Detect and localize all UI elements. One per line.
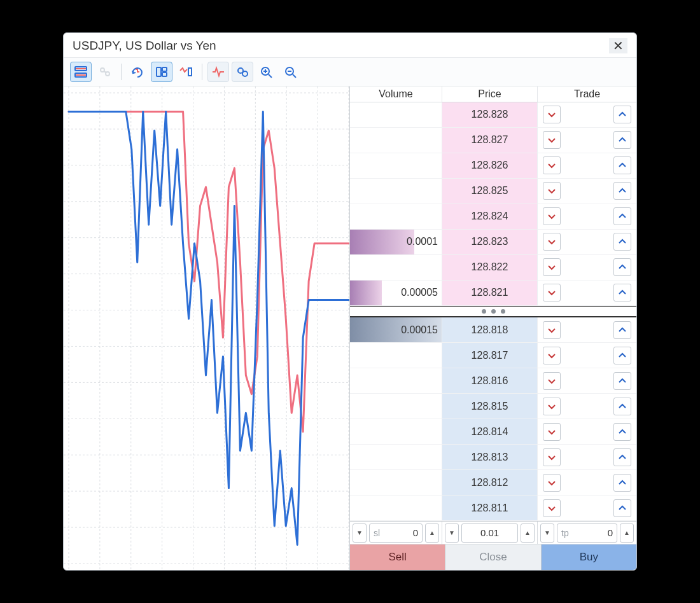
trade-cell	[538, 128, 636, 153]
volume-cell: 0.00015	[350, 317, 442, 342]
dot-icon	[491, 309, 496, 314]
trade-down-button[interactable]	[543, 347, 561, 364]
zoom-in-icon[interactable]	[256, 62, 277, 82]
bid-row: 128.813	[350, 445, 636, 470]
tp-inc-button[interactable]: ▲	[620, 523, 634, 543]
trade-cell	[538, 496, 636, 520]
lot-inc-button[interactable]: ▲	[521, 523, 535, 543]
trade-down-button[interactable]	[543, 156, 561, 174]
trade-down-button[interactable]	[543, 398, 561, 415]
trade-cell	[538, 445, 636, 469]
volume-cell: 0.00005	[350, 281, 442, 305]
toolbar-divider	[121, 64, 122, 80]
ask-rows: 128.828 128.827 128.826	[350, 102, 636, 306]
sl-dec-button[interactable]: ▼	[353, 523, 367, 543]
dom-view-icon[interactable]	[70, 62, 92, 82]
sl-inc-button[interactable]: ▲	[425, 523, 439, 543]
price-cell: 128.824	[442, 204, 538, 229]
trade-down-button[interactable]	[543, 284, 561, 302]
trade-down-button[interactable]	[543, 131, 561, 149]
volume-bar	[350, 281, 382, 305]
titlebar: USDJPY, US Dollar vs Yen ✕	[64, 33, 636, 57]
sell-button[interactable]: Sell	[350, 544, 445, 570]
trade-window: USDJPY, US Dollar vs Yen ✕ Volume Price …	[63, 32, 637, 571]
trade-cell	[538, 281, 636, 305]
trade-down-button[interactable]	[543, 321, 561, 339]
price-cell: 128.828	[442, 102, 538, 127]
trade-up-button[interactable]	[613, 423, 631, 441]
trade-up-button[interactable]	[613, 131, 631, 149]
trade-up-button[interactable]	[613, 448, 631, 466]
close-icon[interactable]: ✕	[609, 38, 627, 53]
bid-row: 0.00015 128.818	[350, 317, 636, 343]
trade-up-button[interactable]	[613, 474, 631, 492]
ask-line	[69, 112, 349, 432]
toolbar-divider	[202, 64, 202, 80]
col-price: Price	[442, 87, 538, 102]
price-cell: 128.825	[442, 179, 538, 204]
close-button[interactable]: Close	[445, 544, 541, 570]
trade-up-button[interactable]	[613, 233, 631, 251]
trade-down-button[interactable]	[543, 372, 561, 390]
chart-svg	[64, 87, 350, 570]
lot-input[interactable]: 0.01	[461, 523, 518, 543]
tp-dec-button[interactable]: ▼	[540, 523, 554, 543]
tick-chart-icon[interactable]	[175, 62, 197, 82]
trade-down-button[interactable]	[543, 182, 561, 200]
toolbar	[64, 57, 636, 87]
trade-down-button[interactable]	[543, 207, 561, 225]
signal-icon[interactable]	[207, 62, 229, 82]
volume-cell	[350, 179, 442, 204]
content: Volume Price Trade 128.828 128.827	[64, 87, 636, 570]
trade-up-button[interactable]	[613, 398, 631, 415]
bid-row: 128.815	[350, 394, 636, 419]
trade-up-button[interactable]	[613, 156, 631, 174]
lot-dec-button[interactable]: ▼	[445, 523, 459, 543]
trade-up-button[interactable]	[613, 207, 631, 225]
svg-line-14	[269, 74, 272, 78]
price-cell: 128.827	[442, 128, 538, 153]
trade-down-button[interactable]	[543, 258, 561, 276]
trade-up-button[interactable]	[613, 182, 631, 200]
bid-row: 128.817	[350, 343, 636, 368]
trade-up-button[interactable]	[613, 284, 631, 302]
trade-up-button[interactable]	[613, 499, 631, 517]
trade-down-button[interactable]	[543, 448, 561, 466]
trade-up-button[interactable]	[613, 106, 631, 123]
trade-down-button[interactable]	[543, 423, 561, 441]
trade-cell	[538, 470, 636, 495]
buy-button[interactable]: Buy	[542, 544, 636, 570]
ask-row: 128.824	[350, 204, 636, 230]
trade-down-button[interactable]	[543, 233, 561, 251]
svg-rect-7	[157, 67, 161, 76]
bubbles-icon[interactable]	[232, 62, 253, 82]
trade-cell	[538, 394, 636, 419]
layout-icon[interactable]	[151, 62, 172, 82]
col-volume: Volume	[350, 87, 442, 102]
trade-down-button[interactable]	[543, 499, 561, 517]
volume-cell	[350, 255, 442, 280]
price-cell: 128.816	[442, 368, 538, 393]
price-cell: 128.815	[442, 394, 538, 419]
link-icon[interactable]	[94, 62, 116, 82]
tp-input[interactable]: tp 0	[557, 523, 617, 543]
lot-stepper: ▼ 0.01 ▲	[442, 522, 538, 544]
trade-up-button[interactable]	[613, 258, 631, 276]
trade-cell	[538, 204, 636, 229]
trade-up-button[interactable]	[613, 372, 631, 390]
ask-row: 128.822	[350, 255, 636, 281]
svg-point-12	[242, 71, 248, 76]
tick-history-icon[interactable]	[127, 62, 148, 82]
dom-panel: Volume Price Trade 128.828 128.827	[350, 87, 636, 570]
trade-up-button[interactable]	[613, 347, 631, 364]
trade-up-button[interactable]	[613, 321, 631, 339]
trade-cell	[538, 317, 636, 342]
volume-cell	[350, 470, 442, 495]
col-trade: Trade	[538, 87, 636, 102]
zoom-out-icon[interactable]	[280, 62, 302, 82]
price-cell: 128.821	[442, 281, 538, 305]
price-cell: 128.817	[442, 343, 538, 368]
trade-down-button[interactable]	[543, 106, 561, 123]
sl-input[interactable]: sl 0	[369, 523, 423, 543]
trade-down-button[interactable]	[543, 474, 561, 492]
